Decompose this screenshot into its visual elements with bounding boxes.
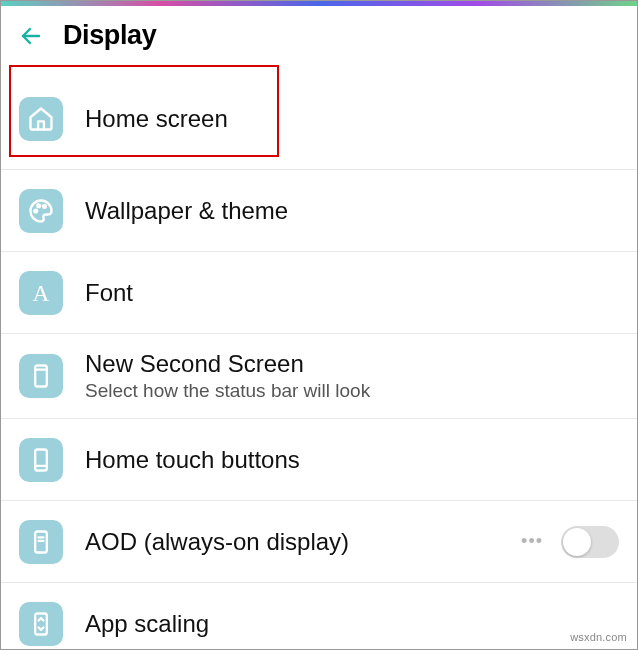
row-label: AOD (always-on display) (85, 528, 499, 556)
toggle-knob (563, 528, 591, 556)
row-label: App scaling (85, 610, 619, 638)
row-wallpaper-theme[interactable]: Wallpaper & theme (1, 170, 637, 252)
row-app-scaling[interactable]: App scaling (1, 583, 637, 650)
svg-point-2 (37, 204, 40, 207)
second-screen-icon (19, 354, 63, 398)
row-label: Home screen (85, 105, 619, 133)
home-icon (19, 97, 63, 141)
svg-point-3 (43, 204, 46, 207)
back-button[interactable] (19, 24, 43, 48)
row-label: Font (85, 279, 619, 307)
svg-text:A: A (33, 280, 50, 306)
touch-buttons-icon (19, 438, 63, 482)
aod-icon (19, 520, 63, 564)
row-label: Home touch buttons (85, 446, 619, 474)
row-home-screen[interactable]: Home screen (1, 73, 637, 170)
page-title: Display (63, 20, 156, 51)
svg-point-1 (34, 209, 37, 212)
row-right-controls: ••• (521, 526, 619, 558)
settings-list: Home screen Wallpaper & theme A Font (1, 73, 637, 650)
font-icon: A (19, 271, 63, 315)
row-aod[interactable]: AOD (always-on display) ••• (1, 501, 637, 583)
palette-icon (19, 189, 63, 233)
watermark: wsxdn.com (570, 631, 627, 643)
row-sublabel: Select how the status bar will look (85, 380, 619, 402)
aod-toggle[interactable] (561, 526, 619, 558)
back-arrow-icon (19, 24, 43, 48)
row-label: New Second Screen (85, 350, 619, 378)
header: Display (1, 6, 637, 73)
row-label: Wallpaper & theme (85, 197, 619, 225)
row-home-touch-buttons[interactable]: Home touch buttons (1, 419, 637, 501)
row-font[interactable]: A Font (1, 252, 637, 334)
svg-rect-7 (35, 449, 47, 470)
more-icon[interactable]: ••• (521, 531, 543, 552)
svg-rect-12 (35, 614, 47, 635)
row-new-second-screen[interactable]: New Second Screen Select how the status … (1, 334, 637, 419)
app-scaling-icon (19, 602, 63, 646)
